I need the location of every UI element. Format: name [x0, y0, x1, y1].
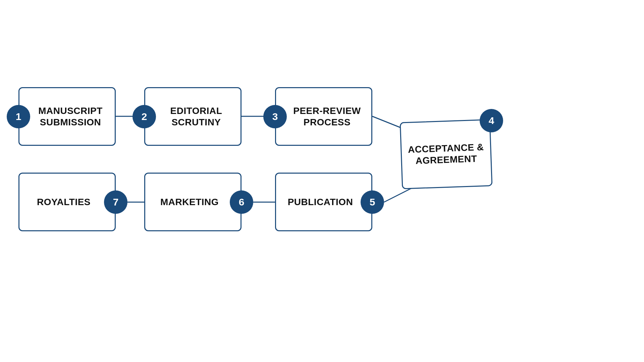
node2-label: EDITORIALSCRUTINY	[165, 102, 228, 131]
node1-circle: 1	[7, 105, 30, 128]
node-manuscript-submission: 1 MANUSCRIPTSUBMISSION	[18, 87, 116, 146]
node7-number: 7	[113, 196, 119, 208]
node-publication: 5 PUBLICATION	[275, 173, 372, 231]
node5-label: PUBLICATION	[282, 193, 359, 211]
node3-number: 3	[272, 111, 278, 122]
node4-label: ACCEPTANCE &AGREEMENT	[402, 138, 490, 170]
node1-number: 1	[16, 111, 21, 122]
node4-number: 4	[489, 115, 494, 126]
node4-box: ACCEPTANCE &AGREEMENT	[400, 119, 493, 189]
node7-circle: 7	[104, 190, 127, 214]
node4-circle: 4	[480, 109, 503, 132]
node6-box: MARKETING	[144, 173, 241, 231]
node2-number: 2	[142, 111, 147, 122]
node6-number: 6	[239, 196, 245, 208]
node7-box: ROYALTIES	[18, 173, 116, 231]
node5-circle: 5	[361, 190, 384, 214]
node-acceptance: 4 ACCEPTANCE &AGREEMENT	[401, 121, 491, 188]
node1-box: MANUSCRIPTSUBMISSION	[18, 87, 116, 146]
svg-line-3	[384, 188, 413, 202]
node5-number: 5	[370, 196, 375, 208]
node-editorial-scrutiny: 2 EDITORIALSCRUTINY	[144, 87, 241, 146]
node6-circle: 6	[230, 190, 253, 214]
node6-label: MARKETING	[155, 193, 224, 211]
node-peer-review: 3 PEER-REVIEWPROCESS	[275, 87, 372, 146]
node2-circle: 2	[132, 105, 156, 128]
node1-label: MANUSCRIPTSUBMISSION	[33, 102, 108, 131]
node3-box: PEER-REVIEWPROCESS	[275, 87, 372, 146]
node-marketing: 6 MARKETING	[144, 173, 241, 231]
node2-box: EDITORIALSCRUTINY	[144, 87, 241, 146]
node3-label: PEER-REVIEWPROCESS	[288, 102, 366, 131]
node5-box: PUBLICATION	[275, 173, 372, 231]
node7-label: ROYALTIES	[32, 193, 96, 211]
node-royalties: 7 ROYALTIES	[18, 173, 116, 231]
diagram-container: 1 MANUSCRIPTSUBMISSION 2 EDITORIALSCRUTI…	[0, 0, 644, 362]
node3-circle: 3	[263, 105, 287, 128]
